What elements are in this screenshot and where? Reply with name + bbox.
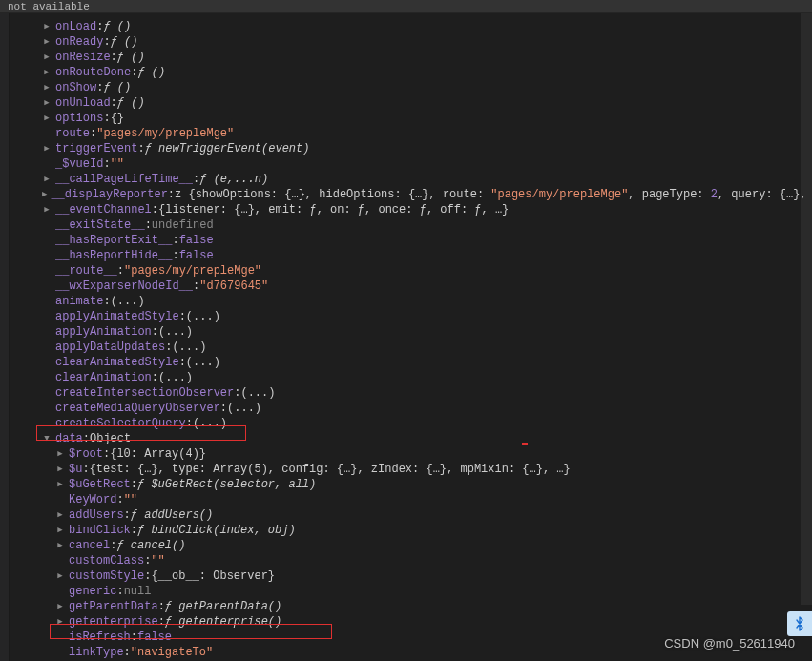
- tree-row[interactable]: ▶createMediaQueryObserver: (...): [42, 401, 812, 416]
- tree-row[interactable]: ▶__hasReportHide__: false: [42, 248, 812, 263]
- expand-arrow-icon[interactable]: ▶: [42, 202, 52, 217]
- tree-row[interactable]: ▶$uGetRect: ƒ $uGetRect(selector, all): [42, 477, 812, 492]
- colon: :: [152, 202, 158, 217]
- expand-arrow-icon[interactable]: ▶: [42, 111, 52, 126]
- colon: :: [96, 19, 103, 34]
- tree-row[interactable]: ▶customStyle: {__ob__: Observer}: [42, 568, 812, 584]
- expand-arrow-icon[interactable]: ▶: [55, 507, 65, 523]
- expand-arrow-icon[interactable]: ▶: [55, 462, 65, 477]
- expand-arrow-icon[interactable]: ▶: [42, 19, 52, 34]
- tree-row[interactable]: ▶_$vueId: "": [42, 156, 812, 172]
- tree-row[interactable]: ▶KeyWord: "": [42, 492, 812, 507]
- expand-arrow-icon[interactable]: ▶: [42, 95, 52, 111]
- colon: :: [116, 492, 123, 507]
- colon: :: [111, 95, 117, 111]
- property-name: clearAnimatedStyle: [55, 355, 179, 370]
- expand-arrow-icon[interactable]: ▶: [55, 477, 65, 492]
- expand-arrow-icon[interactable]: ▶: [42, 187, 47, 202]
- tree-row[interactable]: ▶createIntersectionObserver: (...): [42, 385, 812, 401]
- tree-row[interactable]: ▶cancel: ƒ cancel(): [42, 538, 812, 553]
- tree-row[interactable]: ▶applyAnimation: (...): [42, 324, 812, 340]
- tree-row[interactable]: ▼data: Object: [42, 431, 812, 446]
- tree-row[interactable]: ▶addUsers: ƒ addUsers(): [42, 507, 812, 523]
- expand-arrow-icon[interactable]: ▶: [42, 172, 52, 187]
- property-value: ƒ (): [117, 50, 145, 65]
- tree-row[interactable]: ▶route: "pages/my/prepleMge": [42, 126, 812, 141]
- expand-arrow-icon[interactable]: ▶: [42, 50, 52, 65]
- tree-row[interactable]: ▶animate: (...): [42, 294, 812, 309]
- object-tree: ▶onLoad: ƒ ()▶onReady: ƒ ()▶onResize: ƒ …: [0, 13, 812, 660]
- property-name: onLoad: [55, 19, 96, 34]
- tree-row[interactable]: ▶__exitState__: undefined: [42, 217, 812, 233]
- property-name: __hasReportExit__: [55, 233, 172, 248]
- property-name: onUnload: [55, 95, 111, 111]
- colon: :: [103, 294, 110, 309]
- property-value: "pages/my/prepleMge": [96, 126, 234, 141]
- tree-row[interactable]: ▶__hasReportExit__: false: [42, 233, 812, 248]
- tree-row[interactable]: ▶clearAnimatedStyle: (...): [42, 355, 812, 370]
- property-value: (...): [227, 401, 261, 416]
- expand-arrow-icon[interactable]: ▼: [42, 431, 52, 446]
- property-value: (...): [158, 370, 193, 385]
- expand-arrow-icon[interactable]: ▶: [55, 538, 65, 553]
- expand-arrow-icon[interactable]: ▶: [55, 568, 65, 584]
- tree-row[interactable]: ▶applyDataUpdates: (...): [42, 340, 812, 355]
- property-value: (...): [158, 324, 193, 340]
- tree-row[interactable]: ▶createSelectorQuery: (...): [42, 416, 812, 431]
- property-value: false: [179, 248, 214, 263]
- top-bar-text: not available: [8, 1, 90, 12]
- tree-row[interactable]: ▶$root: {l0: Array(4)}: [42, 446, 812, 462]
- tree-row[interactable]: ▶bindClick: ƒ bindClick(index, obj): [42, 523, 812, 538]
- tree-row[interactable]: ▶applyAnimatedStyle: (...): [42, 309, 812, 324]
- property-name: applyDataUpdates: [55, 340, 165, 355]
- tree-row[interactable]: ▶onUnload: ƒ (): [42, 95, 812, 111]
- expand-arrow-icon[interactable]: ▶: [55, 599, 65, 614]
- property-name: isRefresh: [69, 630, 131, 645]
- expand-arrow-icon[interactable]: ▶: [42, 34, 52, 50]
- property-value: {test: {…}, type: Array(5), config: {…},…: [90, 462, 571, 477]
- property-name: addUsers: [69, 507, 124, 523]
- tree-row[interactable]: ▶onLoad: ƒ (): [42, 19, 812, 34]
- property-name: __displayReporter: [51, 187, 167, 202]
- property-name: __wxExparserNodeId__: [55, 279, 193, 294]
- expand-arrow-icon[interactable]: ▶: [42, 141, 52, 156]
- expand-arrow-icon[interactable]: ▶: [55, 446, 65, 462]
- tree-row[interactable]: ▶__route__: "pages/my/prepleMge": [42, 263, 812, 279]
- colon: :: [90, 126, 96, 141]
- tree-row[interactable]: ▶onRouteDone: ƒ (): [42, 65, 812, 80]
- property-name: __hasReportHide__: [55, 248, 172, 263]
- property-value: ƒ bindClick(index, obj): [137, 523, 296, 538]
- tree-row[interactable]: ▶onResize: ƒ (): [42, 50, 812, 65]
- property-value: "d7679645": [199, 279, 268, 294]
- tree-row[interactable]: ▶__callPageLifeTime__: ƒ (e,...n): [42, 172, 812, 187]
- tree-row[interactable]: ▶__eventChannel: {listener: {…}, emit: ƒ…: [42, 202, 812, 217]
- tree-row[interactable]: ▶__displayReporter: z {showOptions: {…},…: [42, 187, 812, 202]
- tree-row[interactable]: ▶generic: null: [42, 584, 812, 599]
- tree-row[interactable]: ▶onReady: ƒ (): [42, 34, 812, 50]
- tree-row[interactable]: ▶clearAnimation: (...): [42, 370, 812, 385]
- expand-arrow-icon[interactable]: ▶: [42, 65, 52, 80]
- property-value: Object: [90, 431, 131, 446]
- tree-row[interactable]: ▶triggerEvent: ƒ newTriggerEvent(event): [42, 141, 812, 156]
- property-value: ƒ getParentData(): [165, 599, 281, 614]
- property-name: customClass: [69, 553, 144, 568]
- property-name: generic: [69, 584, 116, 599]
- property-name: clearAnimation: [55, 370, 152, 385]
- tree-row[interactable]: ▶$u: {test: {…}, type: Array(5), config:…: [42, 462, 812, 477]
- expand-arrow-icon[interactable]: ▶: [55, 523, 65, 538]
- property-value: ƒ (e,...n): [199, 172, 268, 187]
- tree-row[interactable]: ▶options: {}: [42, 111, 812, 126]
- tree-row[interactable]: ▶getenterprise: ƒ getenterprise(): [42, 614, 812, 630]
- property-name: onReady: [55, 34, 103, 50]
- expand-arrow-icon[interactable]: ▶: [42, 80, 52, 95]
- property-value: ƒ (): [103, 19, 131, 34]
- property-name: options: [55, 111, 103, 126]
- tree-row[interactable]: ▶getParentData: ƒ getParentData(): [42, 599, 812, 614]
- tree-row[interactable]: ▶onShow: ƒ (): [42, 80, 812, 95]
- tree-row[interactable]: ▶customClass: "": [42, 553, 812, 568]
- expand-arrow-icon[interactable]: ▶: [55, 614, 65, 630]
- colon: :: [82, 462, 89, 477]
- colon: :: [168, 187, 175, 202]
- colon: :: [234, 385, 240, 401]
- tree-row[interactable]: ▶__wxExparserNodeId__: "d7679645": [42, 279, 812, 294]
